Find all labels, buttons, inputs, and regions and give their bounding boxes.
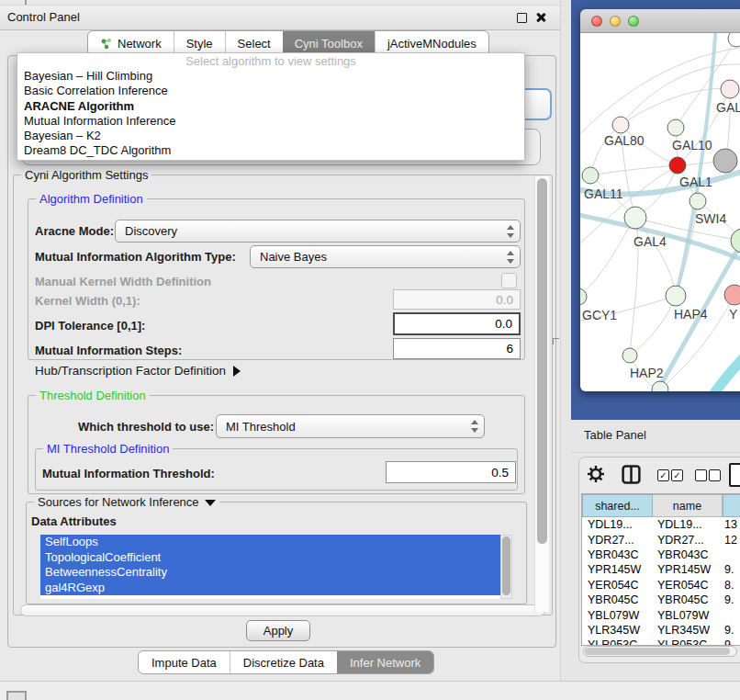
table-row[interactable]: YDL19...YDL19...13 <box>582 517 740 532</box>
panel-corner-icon[interactable] <box>6 691 27 700</box>
column-header-name[interactable]: name <box>653 494 723 517</box>
group-title: Algorithm Definition <box>36 192 147 206</box>
network-node[interactable] <box>731 229 740 253</box>
mi-algorithm-type-select[interactable]: Naive Bayes <box>250 245 521 268</box>
network-node-gal4[interactable] <box>624 207 646 229</box>
apply-button[interactable]: Apply <box>246 620 310 641</box>
mi-steps-input[interactable]: 6 <box>393 338 521 359</box>
combo-value: MI Threshold <box>226 420 296 434</box>
network-node-gcy1[interactable] <box>580 288 587 305</box>
splitter-handle[interactable] <box>553 338 559 344</box>
data-attributes-list[interactable]: SelfLoopsTopologicalCoefficientBetweenne… <box>40 535 500 599</box>
attribute-item[interactable]: BetweennessCentrality <box>40 565 500 581</box>
table-cell: YER054C <box>582 579 653 592</box>
network-node-gal10[interactable] <box>667 119 684 136</box>
table-cell: YBR043C <box>653 548 723 561</box>
settings-scrollbar-thumb[interactable] <box>537 178 547 544</box>
list-scrollbar[interactable] <box>500 535 512 599</box>
network-node[interactable] <box>652 381 668 391</box>
table-cell: 9 <box>723 638 731 645</box>
checked-checkbox-icon[interactable]: ✓ <box>657 469 669 481</box>
attribute-item[interactable]: gal4RGexp <box>40 581 500 596</box>
settings-scrollbar[interactable] <box>534 176 549 612</box>
mi-threshold-input[interactable]: 0.5 <box>386 461 516 483</box>
algorithm-option[interactable]: Bayesian – K2 <box>17 129 524 143</box>
table-panel-titlebar: Table Panel <box>571 420 740 453</box>
network-node-y[interactable] <box>724 285 740 305</box>
kernel-width-input[interactable]: 0.0 <box>393 289 521 310</box>
network-node-gal[interactable] <box>721 80 739 98</box>
table-cell: YBR043C <box>582 548 653 561</box>
table-header: shared... name <box>582 494 740 517</box>
tab-discretize-data[interactable]: Discretize Data <box>230 651 337 673</box>
group-title: Threshold Definition <box>36 389 150 402</box>
tab-impute-data[interactable]: Impute Data <box>139 651 230 673</box>
table-cell: YPR145W <box>582 563 653 576</box>
network-node-hap2[interactable] <box>622 348 637 363</box>
table-row[interactable]: YBR045CYBR045C9. <box>582 593 740 607</box>
table-row[interactable]: YLR053CYLR053C9 <box>582 638 740 645</box>
network-node-gal80[interactable] <box>612 117 629 133</box>
which-threshold-select[interactable]: MI Threshold <box>216 414 485 438</box>
manual-kernel-checkbox[interactable] <box>501 273 517 288</box>
network-view[interactable]: GALGAL80GAL10GAL1GAL11SWI4GAL4GCY1HAP4YH… <box>580 33 740 391</box>
close-traffic-light[interactable] <box>591 16 602 27</box>
table-row[interactable]: YDR27...YDR27...12 <box>582 532 740 547</box>
table-horizontal-scrollbar[interactable] <box>583 646 737 657</box>
close-icon[interactable] <box>535 12 546 23</box>
aracne-mode-label: Aracne Mode: <box>35 224 114 238</box>
minimize-traffic-light[interactable] <box>610 16 621 27</box>
network-node-hap4[interactable] <box>666 286 686 306</box>
settings-gear-icon[interactable] <box>587 465 605 483</box>
tab-label: jActiveMNodules <box>387 37 477 51</box>
zoom-traffic-light[interactable] <box>628 16 639 27</box>
float-window-icon[interactable] <box>517 13 527 23</box>
table-row[interactable]: YBR043CYBR043C <box>582 548 740 562</box>
network-icon <box>100 38 113 50</box>
column-header-shared[interactable]: shared... <box>582 494 653 517</box>
network-node[interactable] <box>713 149 737 173</box>
split-columns-icon[interactable] <box>622 465 641 484</box>
attribute-item[interactable]: SelfLoops <box>40 535 500 550</box>
table-scrollbar-thumb[interactable] <box>585 648 730 655</box>
tab-infer-network[interactable]: Infer Network <box>337 651 433 673</box>
manual-kernel-label: Manual Kernel Width Definition <box>35 275 211 288</box>
network-node-swi4[interactable] <box>690 193 706 209</box>
algorithm-option[interactable]: ARACNE Algorithm <box>17 99 524 114</box>
algorithm-option[interactable]: Basic Correlation Inference <box>17 84 524 98</box>
horizontal-scrollbar[interactable] <box>20 604 545 616</box>
status-strip <box>0 681 740 700</box>
list-scrollbar-thumb[interactable] <box>502 536 510 595</box>
mi-threshold-label: Mutual Information Threshold: <box>42 467 215 480</box>
table-cell: 8. <box>723 579 734 592</box>
network-node-gal1[interactable] <box>669 157 686 174</box>
network-edge-thick <box>692 325 740 391</box>
table-row[interactable]: YLR345WYLR345W9. <box>582 623 740 638</box>
algorithm-option[interactable]: Dream8 DC_TDC Algorithm <box>17 143 524 158</box>
file-icon[interactable] <box>729 463 740 487</box>
table-row[interactable]: YER054CYER054C8. <box>582 578 740 593</box>
tab-label: Infer Network <box>350 656 420 670</box>
collapse-arrow-icon[interactable] <box>205 500 216 506</box>
data-attributes-label: Data Attributes <box>31 514 117 528</box>
hub-section-toggle[interactable]: Hub/Transcription Factor Definition <box>35 364 241 378</box>
node-label: GCY1 <box>582 308 617 322</box>
attribute-item[interactable]: TopologicalCoefficient <box>40 550 500 566</box>
network-graph[interactable]: GALGAL80GAL10GAL1GAL11SWI4GAL4GCY1HAP4YH… <box>580 33 740 391</box>
unchecked-checkbox-icon[interactable] <box>695 469 707 481</box>
column-header-partial[interactable] <box>723 494 740 517</box>
table-row[interactable]: YPR145WYPR145W9. <box>582 562 740 577</box>
network-window-titlebar[interactable] <box>580 9 740 33</box>
group-title: Sources for Network Inference <box>34 495 219 509</box>
aracne-mode-select[interactable]: Discovery <box>115 220 521 243</box>
table-cell: YPR145W <box>653 563 723 576</box>
dpi-tolerance-input[interactable]: 0.0 <box>393 312 521 335</box>
algorithm-option[interactable]: Bayesian – Hill Climbing <box>17 69 524 84</box>
tab-label: Select <box>238 37 271 51</box>
network-node-gal11[interactable] <box>582 167 599 184</box>
table-row[interactable]: YBL079WYBL079W <box>582 607 740 622</box>
network-node[interactable] <box>728 33 740 47</box>
algorithm-option[interactable]: Mutual Information Inference <box>17 114 524 129</box>
checked-checkbox-icon[interactable]: ✓ <box>671 469 683 481</box>
unchecked-checkbox-icon[interactable] <box>709 469 721 481</box>
